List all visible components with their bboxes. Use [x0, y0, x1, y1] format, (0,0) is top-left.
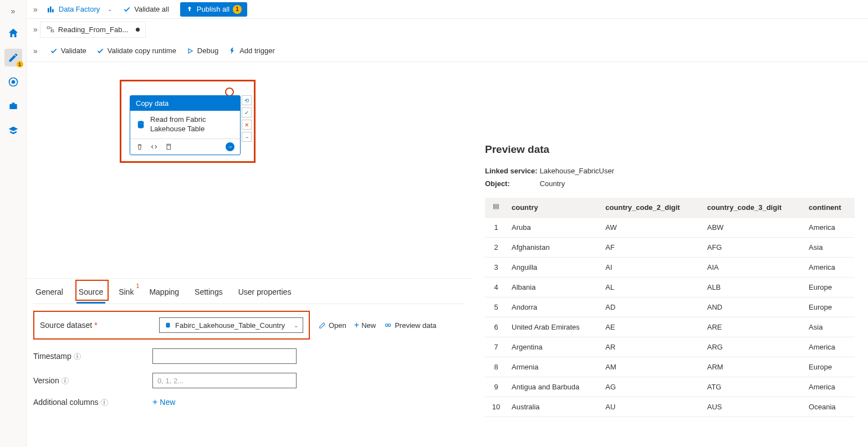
copy-icon[interactable] — [165, 143, 172, 151]
cell: Oceania — [804, 397, 855, 417]
row-number: 5 — [485, 297, 507, 317]
open-dataset-button[interactable]: Open — [319, 320, 346, 330]
row-number-header — [485, 198, 507, 218]
table-row[interactable]: 7ArgentinaARARGAmerica — [485, 337, 855, 357]
validate-all-button[interactable]: Validate all — [119, 3, 173, 16]
cell: AM — [601, 357, 702, 377]
preview-title: Preview data — [485, 143, 855, 156]
source-dataset-label: Source dataset * — [40, 321, 159, 330]
learn-icon[interactable] — [4, 122, 22, 140]
skip-handle-icon[interactable]: → — [242, 132, 252, 142]
properties-panel: General Source Sink 1 Mapping Settings U… — [27, 278, 472, 447]
output-arrow-icon[interactable]: → — [226, 142, 234, 151]
expand-tabs-icon[interactable]: » — [31, 23, 40, 36]
svg-point-11 — [166, 323, 170, 325]
col-code2[interactable]: country_code_2_digit — [601, 198, 702, 218]
tab-user-properties[interactable]: User properties — [236, 282, 294, 304]
cell: AI — [601, 258, 702, 278]
info-icon[interactable]: i — [62, 377, 69, 384]
object-row: Object: Country — [485, 179, 855, 188]
copy-data-activity[interactable]: Copy data Read from Fabric Lakehouse Tab… — [130, 95, 241, 155]
activity-type: Copy data — [130, 96, 240, 111]
completion-handle-icon[interactable]: ⟲ — [242, 95, 252, 105]
cell: Asia — [804, 317, 855, 337]
cell: America — [804, 258, 855, 278]
timestamp-input[interactable] — [152, 348, 297, 364]
row-number: 6 — [485, 317, 507, 337]
cell: Aruba — [507, 218, 601, 238]
dataset-icon — [164, 321, 172, 329]
cell: AG — [601, 377, 702, 397]
code-icon[interactable] — [150, 143, 158, 151]
cell: AW — [601, 218, 702, 238]
svg-rect-10 — [167, 145, 170, 150]
cell: AE — [601, 317, 702, 337]
success-handle-icon[interactable]: ✓ — [242, 107, 252, 117]
table-row[interactable]: 9Antigua and BarbudaAGATGAmerica — [485, 377, 855, 397]
col-code3[interactable]: country_code_3_digit — [703, 198, 804, 218]
info-icon[interactable]: i — [101, 399, 108, 406]
col-country[interactable]: country — [507, 198, 601, 218]
activity-name: Read from Fabric Lakehouse Table — [150, 115, 234, 134]
tab-mapping[interactable]: Mapping — [147, 282, 181, 304]
row-number: 3 — [485, 258, 507, 278]
debug-button[interactable]: Debug — [186, 47, 218, 55]
expand-activities-icon[interactable]: » — [31, 44, 40, 58]
sink-error-badge: 1 — [136, 283, 140, 289]
table-row[interactable]: 8ArmeniaAMARMEurope — [485, 357, 855, 377]
cell: AU — [601, 397, 702, 417]
source-dataset-select[interactable]: Fabirc_Lakehouse_Table_Country ⌄ — [159, 317, 303, 333]
new-additional-column-button[interactable]: + New — [152, 397, 175, 407]
table-row[interactable]: 5AndorraADANDEurope — [485, 297, 855, 317]
table-row[interactable]: 3AnguillaAIAIAAmerica — [485, 258, 855, 278]
tab-source[interactable]: Source — [76, 282, 105, 304]
cell: America — [804, 337, 855, 357]
validate-copy-runtime-button[interactable]: Validate copy runtime — [96, 47, 176, 55]
delete-icon[interactable] — [136, 143, 144, 151]
add-trigger-button[interactable]: Add trigger — [228, 47, 275, 55]
cell: Andorra — [507, 297, 601, 317]
new-dataset-button[interactable]: + New — [354, 320, 376, 330]
home-icon[interactable] — [4, 24, 22, 42]
table-row[interactable]: 6United Arab EmiratesAEAREAsia — [485, 317, 855, 337]
publish-all-button[interactable]: Publish all 1 — [180, 2, 247, 17]
tab-settings[interactable]: Settings — [192, 282, 225, 304]
preview-data-button[interactable]: Preview data — [384, 320, 436, 330]
row-number: 10 — [485, 397, 507, 417]
cell: ARG — [703, 337, 804, 357]
preview-data-panel: Preview data Linked service: Lakehouse_F… — [472, 130, 868, 447]
pipeline-tab[interactable]: Reading_From_Fab... — [40, 22, 146, 38]
table-row[interactable]: 4AlbaniaALALBEurope — [485, 278, 855, 297]
cell: America — [804, 218, 855, 238]
version-input[interactable] — [152, 373, 297, 388]
pipeline-toolbar: » Validate Validate copy runtime Debug A… — [27, 40, 868, 62]
row-number: 2 — [485, 238, 507, 258]
tab-sink[interactable]: Sink 1 — [116, 282, 136, 304]
svg-rect-2 — [9, 104, 17, 109]
properties-tabs: General Source Sink 1 Mapping Settings U… — [33, 279, 465, 304]
table-row[interactable]: 10AustraliaAUAUSOceania — [485, 397, 855, 417]
cell: Europe — [804, 278, 855, 297]
preview-data-table: country country_code_2_digit country_cod… — [485, 198, 855, 417]
data-factory-selector[interactable]: Data Factory ⌄ — [47, 5, 112, 14]
svg-rect-8 — [51, 30, 54, 32]
info-icon[interactable]: i — [74, 353, 81, 360]
validate-button[interactable]: Validate — [50, 47, 86, 55]
expand-rail-icon[interactable]: » — [9, 4, 18, 18]
failure-handle-icon[interactable]: ✕ — [242, 120, 252, 130]
expand-main-icon[interactable]: » — [31, 3, 40, 16]
cell: ARM — [703, 357, 804, 377]
table-row[interactable]: 1ArubaAWABWAmerica — [485, 218, 855, 238]
version-label: Version i — [33, 376, 152, 385]
cell: AF — [601, 238, 702, 258]
monitor-icon[interactable] — [4, 73, 22, 91]
timestamp-label: Timestamp i — [33, 352, 152, 361]
tab-row: » Reading_From_Fab... — [27, 19, 868, 40]
col-continent[interactable]: continent — [804, 198, 855, 218]
tab-general[interactable]: General — [33, 282, 65, 304]
cell: AUS — [703, 397, 804, 417]
table-row[interactable]: 2AfghanistanAFAFGAsia — [485, 238, 855, 258]
author-pencil-icon[interactable]: 1 — [4, 49, 22, 66]
row-number: 7 — [485, 337, 507, 357]
manage-icon[interactable] — [4, 97, 22, 115]
